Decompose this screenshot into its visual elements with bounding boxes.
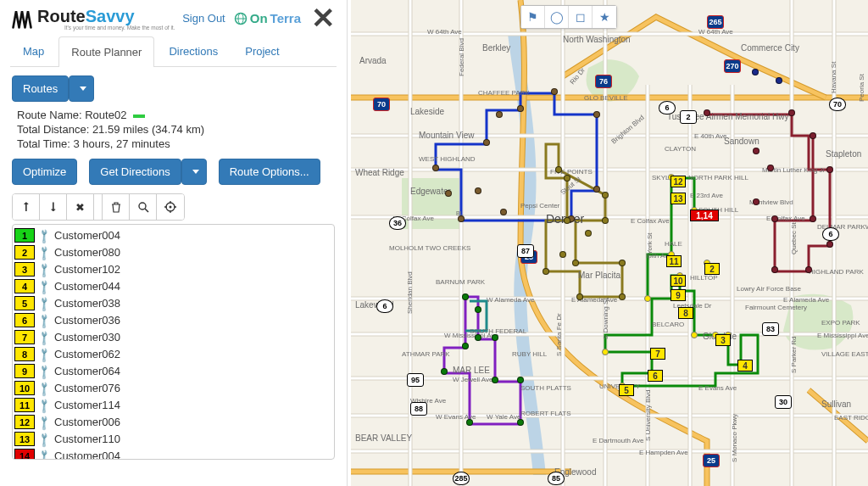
stops-list[interactable]: 1🔧Customer0042🔧Customer0803🔧Customer1024… — [12, 224, 335, 460]
route-stop-dot[interactable] — [619, 293, 626, 300]
route-stop-dot[interactable] — [576, 293, 583, 300]
route-stop-dot[interactable] — [542, 268, 549, 275]
route-stop-dot[interactable] — [551, 88, 558, 95]
map-stop-badge[interactable]: 10 — [670, 275, 686, 287]
move-up-button[interactable]: 🠕 — [13, 194, 40, 220]
optimize-button[interactable]: Optimize — [12, 159, 77, 185]
route-stop-dot[interactable] — [475, 187, 481, 194]
stop-row[interactable]: 5🔧Customer038 — [14, 295, 332, 311]
stop-row[interactable]: 1🔧Customer004 — [14, 227, 332, 243]
route-stop-dot[interactable] — [462, 343, 469, 349]
remove-stop-button[interactable]: ✖ — [67, 194, 94, 220]
stop-row[interactable]: 2🔧Customer080 — [14, 244, 332, 260]
routes-dropdown[interactable]: Routes — [12, 75, 94, 102]
route-stop-dot[interactable] — [496, 111, 503, 118]
route-stop-dot[interactable] — [572, 260, 579, 266]
route-stop-dot[interactable] — [475, 306, 481, 313]
stop-row[interactable]: 8🔧Customer062 — [14, 346, 332, 362]
map-canvas[interactable]: Denver Arvada Berkley North Washington C… — [351, 0, 868, 486]
route-stop-dot[interactable] — [826, 241, 833, 248]
route-stop-dot[interactable] — [462, 293, 469, 300]
map-stop-badge[interactable]: 11 — [666, 255, 682, 267]
route-stop-dot[interactable] — [753, 148, 760, 154]
route-stop-dot[interactable] — [593, 111, 600, 118]
route-stop-dot[interactable] — [432, 165, 439, 171]
map-stop-badge[interactable]: 5 — [619, 384, 634, 396]
route-stop-dot[interactable] — [619, 260, 626, 266]
target-button[interactable] — [157, 194, 184, 220]
stop-row[interactable]: 7🔧Customer030 — [14, 329, 332, 345]
route-stop-dot[interactable] — [805, 266, 812, 273]
route-stop-dot[interactable] — [466, 419, 473, 426]
flag-tool[interactable]: ⚑ — [521, 6, 545, 28]
route-stop-dot[interactable] — [517, 419, 524, 426]
get-directions-dropdown[interactable]: Get Directions — [89, 159, 206, 185]
square-tool[interactable]: ◻ — [569, 6, 593, 28]
route-stop-dot[interactable] — [559, 251, 566, 258]
get-directions-caret[interactable] — [181, 159, 207, 185]
tab-map[interactable]: Map — [10, 36, 57, 66]
map-stop-badge[interactable]: 13 — [670, 193, 686, 204]
route-stop-dot[interactable] — [691, 332, 698, 338]
stop-row[interactable]: 11🔧Customer114 — [14, 397, 332, 413]
map-stop-badge[interactable]: 3 — [715, 334, 731, 346]
route-stop-dot[interactable] — [826, 166, 833, 173]
route-stop-dot[interactable] — [483, 139, 490, 146]
map-stop-badge[interactable]: 1,14 — [690, 209, 719, 221]
route-stop-dot[interactable] — [644, 295, 651, 302]
route-stop-dot[interactable] — [564, 175, 570, 182]
route-stop-dot[interactable] — [445, 190, 452, 197]
route-stop-dot[interactable] — [585, 230, 592, 237]
zoom-button[interactable] — [130, 194, 157, 220]
stop-row[interactable]: 6🔧Customer036 — [14, 312, 332, 328]
map-stop-badge[interactable]: 4 — [737, 360, 753, 371]
delete-button[interactable] — [103, 194, 130, 220]
stop-row[interactable]: 14🔧Customer004 — [14, 448, 332, 460]
route-stop-dot[interactable] — [753, 198, 760, 205]
map-stop-badge[interactable]: 12 — [670, 176, 686, 187]
route-stop-dot[interactable] — [704, 109, 710, 116]
stop-row[interactable]: 10🔧Customer076 — [14, 380, 332, 396]
route-stop-dot[interactable] — [555, 166, 562, 173]
route-stop-dot[interactable] — [492, 334, 498, 341]
route-stop-dot[interactable] — [767, 165, 774, 171]
route-stop-dot[interactable] — [475, 334, 481, 341]
route-stop-dot[interactable] — [500, 209, 507, 215]
route-stop-dot[interactable] — [752, 69, 759, 75]
route-stop-dot[interactable] — [602, 349, 609, 355]
route-stop-dot[interactable] — [517, 105, 524, 112]
tab-directions[interactable]: Directions — [156, 36, 231, 66]
route-options-button[interactable]: Route Options... — [219, 159, 320, 185]
route-stop-dot[interactable] — [771, 215, 778, 222]
route-stop-dot[interactable] — [492, 377, 498, 383]
route-stop-dot[interactable] — [602, 217, 609, 224]
circle-tool[interactable]: ◯ — [545, 6, 569, 28]
map-stop-badge[interactable]: 9 — [670, 289, 686, 301]
move-down-button[interactable]: 🠗 — [40, 194, 67, 220]
route-stop-dot[interactable] — [564, 217, 570, 224]
map-stop-badge[interactable]: 6 — [648, 370, 663, 382]
close-panel-button[interactable]: ✕ — [309, 8, 337, 29]
routes-caret[interactable] — [69, 75, 94, 102]
stop-row[interactable]: 3🔧Customer102 — [14, 261, 332, 277]
route-stop-dot[interactable] — [810, 215, 816, 222]
route-stop-dot[interactable] — [458, 215, 465, 222]
route-stop-dot[interactable] — [593, 186, 600, 193]
route-stop-dot[interactable] — [517, 377, 524, 383]
tab-project[interactable]: Project — [232, 36, 292, 66]
route-stop-dot[interactable] — [602, 192, 609, 198]
route-stop-dot[interactable] — [771, 266, 778, 273]
map-stop-badge[interactable]: 8 — [678, 307, 693, 319]
route-stop-dot[interactable] — [810, 132, 816, 139]
map-stop-badge[interactable]: 7 — [650, 348, 665, 360]
route-stop-dot[interactable] — [441, 368, 448, 375]
stop-row[interactable]: 4🔧Customer044 — [14, 278, 332, 294]
route-stop-dot[interactable] — [788, 109, 795, 116]
stop-row[interactable]: 13🔧Customer110 — [14, 431, 332, 447]
sign-out-link[interactable]: Sign Out — [182, 12, 225, 25]
map-stop-badge[interactable]: 2 — [704, 263, 720, 275]
route-stop-dot[interactable] — [776, 77, 782, 84]
stop-row[interactable]: 9🔧Customer064 — [14, 363, 332, 379]
tab-route-planner[interactable]: Route Planner — [58, 36, 154, 67]
stop-row[interactable]: 12🔧Customer006 — [14, 414, 332, 430]
